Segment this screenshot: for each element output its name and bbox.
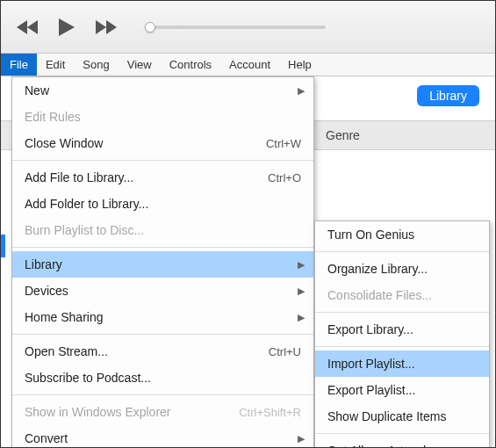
next-icon[interactable] xyxy=(92,18,117,36)
library-submenu-item-organize-library[interactable]: Organize Library... xyxy=(315,256,489,282)
file-menu-item-separator xyxy=(12,247,313,248)
library-submenu-item-export-library[interactable]: Export Library... xyxy=(315,316,489,343)
menu-view[interactable]: View xyxy=(119,54,161,76)
library-submenu-item-separator xyxy=(315,251,489,252)
file-menu-item-devices[interactable]: Devices▶ xyxy=(12,278,313,304)
file-menu-item-new[interactable]: New▶ xyxy=(12,77,313,104)
submenu-arrow-icon: ▶ xyxy=(298,312,305,323)
submenu-arrow-icon: ▶ xyxy=(298,259,305,271)
menu-item-label: Edit Rules xyxy=(25,110,81,124)
menu-item-label: Show in Windows Explorer xyxy=(25,405,171,419)
menu-item-label: Devices xyxy=(25,284,68,298)
menu-file[interactable]: File xyxy=(1,54,37,76)
selection-indicator xyxy=(1,235,5,257)
menu-item-label: Subscribe to Podcast... xyxy=(25,371,151,385)
menu-item-label: Close Window xyxy=(25,136,103,150)
column-header-genre[interactable]: Genre xyxy=(326,128,360,142)
file-menu-item-burn-playlist-to-disc: Burn Playlist to Disc... xyxy=(12,217,313,243)
menu-item-label: Open Stream... xyxy=(25,344,108,358)
menu-item-label: Import Playlist... xyxy=(327,357,415,371)
library-submenu-item-get-album-artwork[interactable]: Get Album Artwork xyxy=(315,437,489,448)
menu-help[interactable]: Help xyxy=(279,54,320,76)
library-submenu-item-show-duplicate-items[interactable]: Show Duplicate Items xyxy=(315,403,489,430)
file-menu: New▶Edit RulesClose WindowCtrl+WAdd File… xyxy=(11,76,314,448)
file-menu-item-separator xyxy=(12,334,313,335)
menu-item-label: Add File to Library... xyxy=(25,170,133,184)
menu-item-label: Consolidate Files... xyxy=(327,288,432,302)
menu-item-label: Turn On Genius xyxy=(327,228,414,242)
file-menu-item-separator xyxy=(12,394,313,395)
menu-item-label: Library xyxy=(25,257,62,271)
progress-slider[interactable] xyxy=(150,25,326,29)
library-submenu-item-turn-on-genius[interactable]: Turn On Genius xyxy=(315,221,489,248)
menu-item-label: Burn Playlist to Disc... xyxy=(25,223,144,237)
menu-controls[interactable]: Controls xyxy=(161,54,220,76)
library-submenu-item-consolidate-files: Consolidate Files... xyxy=(315,282,489,308)
progress-thumb[interactable] xyxy=(145,22,155,33)
library-submenu-item-import-playlist[interactable]: Import Playlist... xyxy=(315,350,489,377)
menu-item-label: New xyxy=(25,83,49,98)
menu-item-shortcut: Ctrl+Shift+R xyxy=(239,406,301,419)
menu-account[interactable]: Account xyxy=(220,54,279,76)
library-submenu-item-separator xyxy=(315,312,489,313)
file-menu-item-add-folder-to-library[interactable]: Add Folder to Library... xyxy=(12,191,313,217)
submenu-arrow-icon: ▶ xyxy=(298,85,305,97)
menu-bar: FileEditSongViewControlsAccountHelp xyxy=(1,54,495,76)
file-menu-item-add-file-to-library[interactable]: Add File to Library...Ctrl+O xyxy=(12,164,313,191)
file-menu-item-separator xyxy=(12,160,313,161)
menu-item-shortcut: Ctrl+O xyxy=(268,171,301,184)
previous-icon[interactable] xyxy=(17,18,41,36)
menu-item-shortcut: Ctrl+U xyxy=(269,345,301,358)
menu-item-label: Export Library... xyxy=(327,322,413,336)
submenu-arrow-icon: ▶ xyxy=(298,285,305,297)
player-toolbar xyxy=(1,1,495,54)
menu-item-label: Get Album Artwork xyxy=(327,444,429,448)
menu-item-label: Show Duplicate Items xyxy=(327,409,446,423)
menu-item-label: Home Sharing xyxy=(25,310,104,324)
play-icon[interactable] xyxy=(57,17,76,38)
file-menu-item-home-sharing[interactable]: Home Sharing▶ xyxy=(12,304,313,330)
file-menu-item-close-window[interactable]: Close WindowCtrl+W xyxy=(12,130,313,156)
library-submenu-item-separator xyxy=(315,433,489,434)
file-menu-item-show-in-windows-explorer: Show in Windows ExplorerCtrl+Shift+R xyxy=(12,399,313,425)
menu-item-shortcut: Ctrl+W xyxy=(266,137,301,150)
menu-item-label: Convert xyxy=(25,431,68,445)
menu-edit[interactable]: Edit xyxy=(37,54,74,76)
file-menu-item-subscribe-to-podcast[interactable]: Subscribe to Podcast... xyxy=(12,365,313,391)
submenu-arrow-icon: ▶ xyxy=(298,433,305,444)
menu-item-label: Add Folder to Library... xyxy=(25,197,148,211)
file-menu-item-open-stream[interactable]: Open Stream...Ctrl+U xyxy=(12,338,313,365)
file-menu-item-library[interactable]: Library▶ xyxy=(12,251,313,278)
file-menu-item-edit-rules: Edit Rules xyxy=(12,104,313,130)
menu-song[interactable]: Song xyxy=(74,54,118,76)
file-menu-item-convert[interactable]: Convert▶ xyxy=(12,425,313,448)
library-chip[interactable]: Library xyxy=(417,85,479,106)
library-submenu-item-export-playlist[interactable]: Export Playlist... xyxy=(315,377,489,403)
content-area: Library Genre New▶Edit RulesClose Window… xyxy=(1,76,495,448)
library-submenu: Turn On GeniusOrganize Library...Consoli… xyxy=(314,220,490,448)
library-submenu-item-separator xyxy=(315,346,489,347)
menu-item-label: Organize Library... xyxy=(327,262,428,276)
menu-item-label: Export Playlist... xyxy=(327,383,415,397)
